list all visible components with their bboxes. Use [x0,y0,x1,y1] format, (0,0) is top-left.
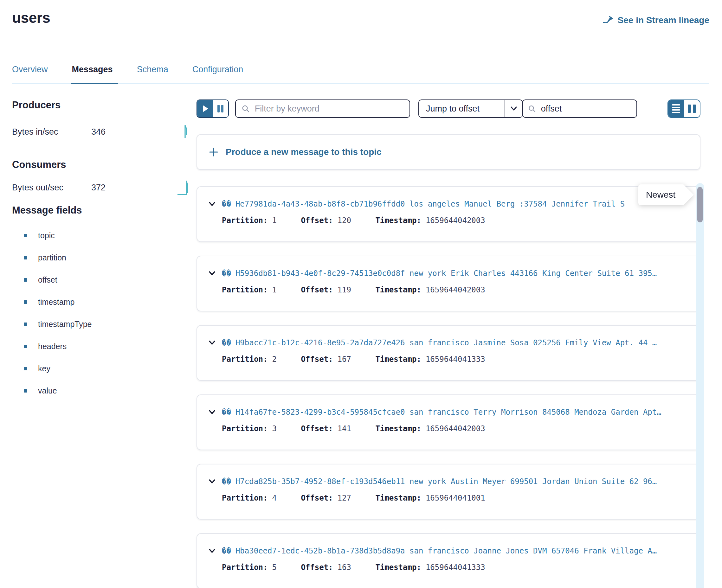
list-view-icon [672,104,680,113]
field-label: topic [38,231,55,240]
see-in-stream-lineage-label: See in Stream lineage [618,15,709,25]
message-expand-header[interactable]: �� Hba30eed7-1edc-452b-8b1a-738d3b5d8a9a… [208,546,688,555]
filter-keyword-box [235,100,410,118]
tab-configuration[interactable]: Configuration [192,65,243,83]
offset-value: 167 [337,355,351,364]
message-expand-header[interactable]: �� H5936db81-b943-4e0f-8c29-74513e0c0d8f… [208,269,688,278]
partition-value: 5 [272,563,277,572]
field-label: timestampType [38,320,92,329]
offset-value: 119 [337,286,351,294]
field-label: headers [38,342,66,351]
field-item-topic[interactable]: topic [24,231,197,239]
message-row: �� H9bacc71c-b12c-4216-8e95-2a7da727e426… [197,325,700,381]
square-bullet-icon [24,256,27,259]
producers-heading: Producers [12,100,197,111]
chevron-down-icon [208,547,216,555]
message-key-text: Hba30eed7-1edc-452b-8b1a-738d3b5d8a9a sa… [235,546,657,555]
timestamp-value: 1659644041333 [426,355,485,364]
bytes-out-value: 372 [91,183,106,193]
partition-label: Partition: [222,216,268,225]
stream-lineage-arrow-icon [602,16,614,25]
offset-label: Offset: [301,493,333,502]
replacement-glyphs: �� [222,477,231,486]
message-key-text: H9bacc71c-b12c-4216-8e95-2a7da727e426 sa… [235,338,657,347]
offset-value: 141 [337,424,351,433]
play-button[interactable] [197,100,213,117]
field-item-offset[interactable]: offset [24,276,197,284]
field-label: key [38,364,50,373]
square-bullet-icon [24,278,27,282]
offset-value: 127 [337,493,351,502]
field-item-timestamp[interactable]: timestamp [24,298,197,306]
square-bullet-icon [24,322,27,326]
tab-messages[interactable]: Messages [72,65,113,83]
field-item-timestampType[interactable]: timestampType [24,320,197,328]
field-item-headers[interactable]: headers [24,342,197,350]
timestamp-value: 1659644042003 [426,424,485,433]
partition-label: Partition: [222,424,268,433]
message-meta: Partition:3 Offset:141 Timestamp:1659644… [208,424,688,433]
newest-tooltip-label: Newest [638,184,683,205]
filter-keyword-input[interactable] [254,104,404,114]
column-view-button[interactable] [684,100,700,117]
offset-value: 163 [337,563,351,572]
messages-panel: Jump to offset [197,100,700,588]
message-meta: Partition:1 Offset:119 Timestamp:1659644… [208,286,688,294]
field-label: offset [38,275,57,285]
view-mode-toggle [667,100,700,118]
replacement-glyphs: �� [222,338,231,347]
timestamp-value: 1659644042003 [426,286,485,294]
square-bullet-icon [24,345,27,348]
field-label: partition [38,253,66,262]
offset-label: Offset: [301,355,333,364]
content-area: Producers Bytes in/sec 346 Consumers Byt… [0,100,722,588]
bytes-in-value: 346 [91,127,106,137]
message-key-text: He77981da-4a43-48ab-b8f8-cb71b96ffdd0 lo… [235,200,625,208]
message-key-text: H7cda825b-35b7-4952-88ef-c193d546eb11 ne… [235,477,657,486]
message-expand-header[interactable]: �� H7cda825b-35b7-4952-88ef-c193d546eb11… [208,477,688,486]
square-bullet-icon [24,389,27,393]
message-expand-header[interactable]: �� H9bacc71c-b12c-4216-8e95-2a7da727e426… [208,338,688,347]
replacement-glyphs: �� [222,408,231,417]
field-label: value [38,386,57,395]
chevron-down-icon [208,408,216,416]
square-bullet-icon [24,234,27,237]
tab-schema[interactable]: Schema [137,65,168,83]
message-expand-header[interactable]: �� H14fa67fe-5823-4299-b3c4-595845cfcae0… [208,408,688,417]
list-view-button[interactable] [668,100,684,117]
partition-label: Partition: [222,355,268,364]
partition-value: 2 [272,355,277,364]
field-item-value[interactable]: value [24,386,197,395]
timestamp-label: Timestamp: [375,563,421,572]
offset-search-box [522,100,637,118]
bytes-out-sparkline-icon [177,179,191,196]
message-meta: Partition:5 Offset:163 Timestamp:1659644… [208,563,688,572]
offset-label: Offset: [301,216,333,225]
column-view-icon [688,105,696,113]
produce-message-button[interactable]: Produce a new message to this topic [197,134,700,170]
field-item-partition[interactable]: partition [24,253,197,262]
field-item-key[interactable]: key [24,364,197,373]
search-icon [528,104,536,113]
messages-toolbar: Jump to offset [197,100,700,118]
bytes-in-sparkline-icon [178,124,191,140]
play-icon [203,105,208,112]
timestamp-label: Timestamp: [375,424,421,433]
partition-label: Partition: [222,286,268,294]
message-list-scrollbar-thumb[interactable] [697,187,703,223]
see-in-stream-lineage-link[interactable]: See in Stream lineage [602,15,709,25]
jump-to-offset-select[interactable]: Jump to offset [418,100,523,118]
tab-bar: Overview Messages Schema Configuration [0,65,722,83]
message-list: �� He77981da-4a43-48ab-b8f8-cb71b96ffdd0… [197,186,700,588]
offset-search-input[interactable] [540,104,631,114]
replacement-glyphs: �� [222,546,231,555]
timestamp-label: Timestamp: [375,493,421,502]
message-row: �� He77981da-4a43-48ab-b8f8-cb71b96ffdd0… [197,186,700,242]
pause-button[interactable] [213,100,228,117]
bytes-out-metric-row: Bytes out/sec 372 [12,179,197,196]
tab-overview[interactable]: Overview [12,65,48,83]
play-pause-toggle [197,100,229,118]
message-list-scrollbar-track[interactable] [696,183,704,588]
message-expand-header[interactable]: �� He77981da-4a43-48ab-b8f8-cb71b96ffdd0… [208,200,688,208]
message-row: �� H7cda825b-35b7-4952-88ef-c193d546eb11… [197,464,700,520]
